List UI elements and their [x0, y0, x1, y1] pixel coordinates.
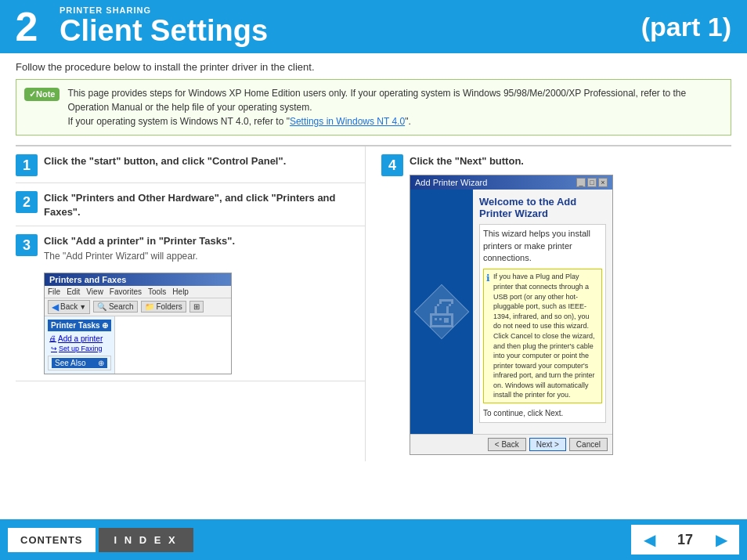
view-btn: ⊞: [189, 301, 204, 313]
step-2: 2 Click "Printers and Other Hardware", a…: [16, 183, 365, 226]
cancel-button[interactable]: Cancel: [569, 438, 608, 451]
wizard-info-text: If you have a Plug and Play printer that…: [493, 272, 599, 400]
maximize-btn[interactable]: □: [587, 178, 597, 187]
screenshot-main-area: [115, 316, 231, 374]
add-printer-link[interactable]: 🖨 Add a printer: [48, 334, 111, 343]
step-3-title: Click "Add a printer" in "Printer Tasks"…: [44, 234, 365, 248]
printer-tasks-section: Printer Tasks ⊕: [48, 320, 111, 331]
wizard-content-area: This wizard helps you install printers o…: [479, 224, 606, 423]
prev-page-button[interactable]: ◀: [631, 525, 667, 555]
step-4-title: Click the "Next" button.: [410, 154, 731, 168]
step-2-title: Click "Printers and Other Hardware", and…: [44, 191, 365, 219]
add-printer-wizard: Add Printer Wizard _ □ × 🖨: [410, 175, 613, 455]
see-also-section: See Also ⊕: [48, 356, 111, 370]
step-3: 3 Click "Add a printer" in "Printer Task…: [16, 226, 365, 381]
wizard-controls: _ □ ×: [576, 178, 608, 187]
wizard-buttons: < Back Next > Cancel: [410, 434, 612, 454]
note-icon: ✓Note: [24, 88, 60, 101]
minimize-btn[interactable]: _: [576, 178, 586, 187]
next-page-button[interactable]: ▶: [703, 525, 739, 555]
right-column: 4 Click the "Next" button. Add Printer W…: [381, 146, 731, 461]
search-btn: 🔍 Search: [93, 301, 137, 313]
chapter-number-box: 2: [0, 0, 53, 53]
index-button[interactable]: I N D E X: [99, 528, 193, 552]
wizard-right-panel: Welcome to the Add Printer Wizard This w…: [473, 190, 612, 434]
info-icon: ℹ: [486, 272, 490, 400]
back-button[interactable]: < Back: [488, 438, 526, 451]
chapter-number: 2: [16, 6, 38, 47]
main-content: Follow the procedure below to install th…: [0, 53, 747, 469]
note-text: This page provides steps for Windows XP …: [67, 86, 723, 128]
step-4-number: 4: [381, 154, 403, 176]
contents-button[interactable]: CONTENTS: [8, 528, 96, 552]
screenshot-body: Printer Tasks ⊕ 🖨 Add a printer ↪ Set up…: [45, 316, 231, 374]
step-1-content: Click the "start" button, and click "Con…: [44, 154, 365, 168]
note-box: ✓Note This page provides steps for Windo…: [16, 79, 731, 135]
footer-nav: ◀ 17 ▶: [631, 525, 739, 555]
folders-btn: 📁 Folders: [141, 301, 186, 313]
wizard-footer-text: To continue, click Next.: [483, 408, 602, 419]
screenshot-menubar: File Edit View Favorites Tools Help: [45, 286, 231, 298]
next-button[interactable]: Next >: [529, 438, 566, 451]
screenshot-toolbar: ◀ Back ▼ 🔍 Search 📁 Folders ⊞: [45, 298, 231, 316]
step-2-number: 2: [16, 191, 38, 213]
header-text-block: PRINTER SHARING Client Settings: [53, 5, 641, 48]
step-3-content: Click "Add a printer" in "Printer Tasks"…: [44, 234, 365, 261]
steps-grid: 1 Click the "start" button, and click "C…: [16, 145, 731, 461]
step-2-content: Click "Printers and Other Hardware", and…: [44, 191, 365, 219]
screenshot-titlebar: Printers and Faxes: [45, 273, 231, 286]
step-4-content: Click the "Next" button. Add Printer Wiz…: [410, 154, 731, 455]
wizard-body-text: This wizard helps you install printers o…: [483, 228, 602, 264]
wizard-info-box: ℹ If you have a Plug and Play printer th…: [483, 269, 602, 403]
header-part: (part 1): [641, 12, 747, 42]
wizard-titlebar: Add Printer Wizard _ □ ×: [410, 175, 612, 190]
step-3-number: 3: [16, 234, 38, 256]
footer: CONTENTS I N D E X ◀ 17 ▶: [0, 519, 747, 560]
back-btn: ◀ Back ▼: [48, 300, 90, 314]
next-arrow-icon: ▶: [716, 530, 727, 549]
see-also-title: See Also ⊕: [52, 358, 107, 368]
prev-arrow-icon: ◀: [644, 530, 655, 549]
step-4: 4 Click the "Next" button. Add Printer W…: [381, 146, 731, 461]
printers-faxes-screenshot: Printers and Faxes File Edit View Favori…: [44, 273, 232, 374]
header-title: Client Settings: [60, 15, 641, 48]
header: 2 PRINTER SHARING Client Settings (part …: [0, 0, 747, 53]
left-column: 1 Click the "start" button, and click "C…: [16, 146, 366, 461]
step-3-desc: The "Add Printer Wizard" will appear.: [44, 251, 365, 262]
step-1: 1 Click the "start" button, and click "C…: [16, 146, 365, 183]
step-1-number: 1: [16, 154, 38, 176]
close-btn[interactable]: ×: [598, 178, 608, 187]
page-number: 17: [667, 525, 703, 555]
note-link[interactable]: Settings in Windows NT 4.0: [290, 116, 405, 127]
wizard-body: 🖨 Welcome to the Add Printer Wizard This…: [410, 190, 612, 434]
wizard-heading: Welcome to the Add Printer Wizard: [479, 196, 606, 219]
wizard-left-panel: 🖨: [410, 190, 473, 434]
screenshot-sidebar: Printer Tasks ⊕ 🖨 Add a printer ↪ Set up…: [45, 316, 115, 374]
step-1-title: Click the "start" button, and click "Con…: [44, 154, 365, 168]
intro-text: Follow the procedure below to install th…: [16, 61, 731, 73]
set-faxing-link[interactable]: ↪ Set up Faxing: [48, 345, 111, 352]
